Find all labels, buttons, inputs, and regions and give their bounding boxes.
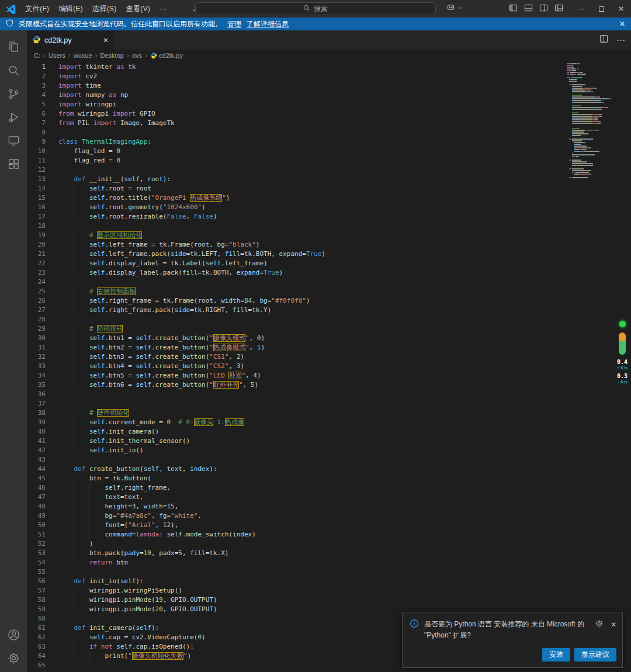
code-line[interactable] (58, 567, 561, 577)
code-line[interactable]: height=3, width=15, (58, 502, 561, 511)
notification-gear-icon[interactable] (595, 619, 604, 630)
maximize-button[interactable] (591, 0, 611, 18)
line-number[interactable]: 16 (27, 203, 58, 212)
code-line[interactable]: flag_led = 0 (58, 147, 561, 156)
menu-file[interactable]: 文件(F) (20, 3, 54, 15)
line-number[interactable]: 14 (27, 184, 58, 193)
line-number[interactable]: 21 (27, 250, 58, 259)
code-line[interactable]: self.right_frame.pack(side=tk.RIGHT, fil… (58, 306, 561, 315)
search-activity-icon[interactable] (0, 58, 27, 82)
line-number[interactable]: 55 (27, 567, 58, 577)
code-line[interactable]: from wiringpi import GPIO (58, 109, 561, 119)
line-number[interactable]: 17 (27, 212, 58, 221)
code-line[interactable]: self.init_thermal_sensor() (58, 437, 561, 446)
line-number[interactable]: 62 (27, 633, 58, 642)
code-line[interactable]: wiringpi.pinMode(19, GPIO.OUTPUT) (58, 595, 561, 605)
code-line[interactable]: self.btn4 = self.create_button("CS2", 3) (58, 362, 561, 371)
line-number[interactable]: 25 (27, 287, 58, 296)
code-line[interactable]: self.init_camera() (58, 427, 561, 437)
toggle-panel-icon[interactable] (524, 4, 533, 14)
code-line[interactable]: self.btn2 = self.create_button("热成像模式", … (58, 343, 561, 352)
line-number[interactable]: 59 (27, 605, 58, 614)
menu-view[interactable]: 查看(V) (121, 3, 155, 15)
account-icon[interactable] (0, 623, 27, 646)
code-line[interactable]: # 右侧控制面板 (58, 287, 561, 296)
code-line[interactable]: # 功能按钮 (58, 324, 561, 334)
breadcrumb-desktop[interactable]: Desktop (100, 52, 124, 59)
settings-gear-icon[interactable] (0, 646, 27, 670)
code-line[interactable]: self.btn3 = self.create_button("CS1", 2) (58, 352, 561, 362)
line-number[interactable]: 42 (27, 446, 58, 455)
line-number[interactable]: 37 (27, 399, 58, 408)
line-number[interactable]: 63 (27, 642, 58, 652)
line-number[interactable]: 54 (27, 558, 58, 567)
tab-close-icon[interactable]: ✕ (103, 36, 109, 44)
toggle-primary-sidebar-icon[interactable] (509, 4, 518, 14)
line-number[interactable]: 7 (27, 119, 58, 128)
breadcrumb-ovs[interactable]: ovs (132, 52, 142, 59)
close-window-button[interactable]: ✕ (611, 0, 631, 18)
code-lines[interactable]: import tkinter as tkimport cv2import tim… (58, 63, 561, 672)
line-number[interactable]: 12 (27, 165, 58, 175)
code-line[interactable]: self.current_mode = 0 # 0:摄像头 1:热成像 (58, 418, 561, 427)
code-line[interactable]: btn.pack(pady=10, padx=5, fill=tk.X) (58, 549, 561, 558)
line-number[interactable]: 18 (27, 221, 58, 231)
code-line[interactable]: # 显示区域初始化 (58, 231, 561, 240)
line-number[interactable]: 47 (27, 493, 58, 502)
banner-close-icon[interactable]: ✕ (619, 20, 625, 28)
line-number[interactable]: 22 (27, 259, 58, 268)
split-editor-icon[interactable] (599, 34, 608, 46)
line-number[interactable]: 64 (27, 652, 58, 661)
code-line[interactable] (58, 221, 561, 231)
code-line[interactable]: self.btn5 = self.create_button("LED 补光",… (58, 371, 561, 380)
line-number[interactable]: 53 (27, 549, 58, 558)
editor-more-actions-icon[interactable]: ⋯ (616, 35, 625, 46)
code-line[interactable]: command=lambda: self.mode_switch(index) (58, 530, 561, 539)
line-number[interactable]: 19 (27, 231, 58, 240)
code-line[interactable]: def __init__(self, root): (58, 175, 561, 184)
line-number[interactable]: 48 (27, 502, 58, 511)
line-number[interactable]: 9 (27, 137, 58, 147)
line-number[interactable]: 35 (27, 380, 58, 390)
code-line[interactable] (58, 165, 561, 175)
code-line[interactable] (58, 315, 561, 324)
code-line[interactable]: import wiringpi (58, 100, 561, 109)
line-number[interactable]: 45 (27, 474, 58, 483)
tab-cd2tk[interactable]: cd2tk.py ✕ (27, 30, 115, 50)
code-line[interactable]: self.root.geometry("1024x600") (58, 203, 561, 212)
line-number[interactable]: 8 (27, 128, 58, 137)
line-number[interactable]: 56 (27, 577, 58, 586)
line-number[interactable]: 13 (27, 175, 58, 184)
code-line[interactable]: self.left_frame = tk.Frame(root, bg="bla… (58, 240, 561, 250)
code-line[interactable]: # 硬件初始化 (58, 408, 561, 418)
line-number[interactable]: 32 (27, 352, 58, 362)
line-number[interactable]: 27 (27, 306, 58, 315)
line-number[interactable]: 52 (27, 539, 58, 549)
command-center-search[interactable]: 搜索 (195, 2, 436, 15)
line-number[interactable]: 60 (27, 614, 58, 623)
code-line[interactable]: self.btn6 = self.create_button("红外补光", 5… (58, 380, 561, 390)
customize-layout-icon[interactable] (554, 4, 563, 14)
code-editor[interactable]: 1234567891011121314151617181920212223242… (27, 61, 631, 672)
line-number[interactable]: 34 (27, 371, 58, 380)
code-line[interactable]: import numpy as np (58, 91, 561, 100)
line-number[interactable]: 39 (27, 418, 58, 427)
code-line[interactable]: text=text, (58, 493, 561, 502)
line-number[interactable]: 4 (27, 91, 58, 100)
line-number[interactable]: 40 (27, 427, 58, 437)
code-line[interactable]: self.root = root (58, 184, 561, 193)
line-number[interactable]: 38 (27, 408, 58, 418)
code-line[interactable]: wiringpi.wiringPiSetup() (58, 586, 561, 595)
code-line[interactable]: btn = tk.Button( (58, 474, 561, 483)
code-line[interactable]: import cv2 (58, 72, 561, 81)
code-line[interactable]: def init_io(self): (58, 577, 561, 586)
line-number[interactable]: 31 (27, 343, 58, 352)
line-number[interactable]: 50 (27, 521, 58, 530)
line-number[interactable]: 1 (27, 63, 58, 72)
extensions-icon[interactable] (0, 152, 27, 175)
install-button[interactable]: 安装 (542, 648, 570, 661)
copilot-button[interactable] (446, 3, 462, 13)
line-number[interactable]: 44 (27, 465, 58, 474)
menu-selection[interactable]: 选择(S) (88, 3, 122, 15)
code-line[interactable]: flag_red = 0 (58, 156, 561, 165)
